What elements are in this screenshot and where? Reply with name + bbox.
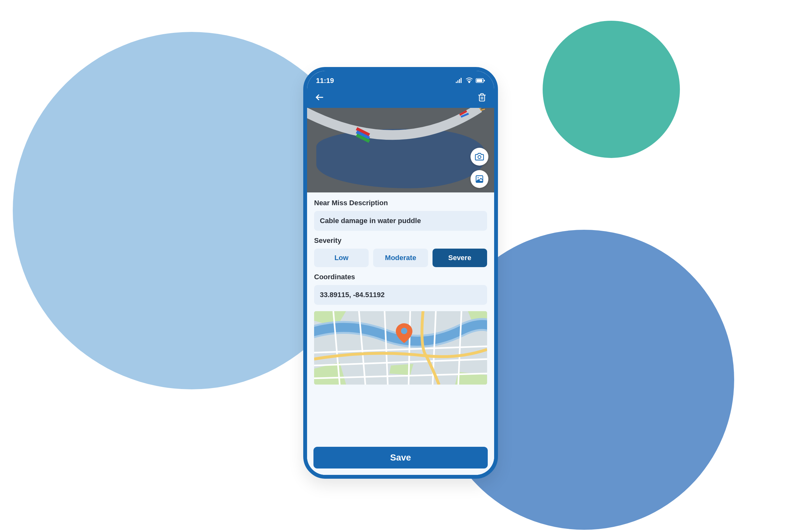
description-input[interactable]: Cable damage in water puddle <box>314 211 487 231</box>
status-bar: 11:19 <box>307 71 494 88</box>
svg-rect-7 <box>484 80 485 81</box>
svg-point-14 <box>478 156 481 158</box>
nav-bar <box>307 88 494 108</box>
coordinates-label: Coordinates <box>314 273 487 281</box>
save-bar: Save <box>307 440 494 475</box>
svg-rect-6 <box>477 79 482 82</box>
svg-line-13 <box>480 109 485 110</box>
take-photo-button[interactable] <box>471 148 488 166</box>
svg-rect-3 <box>461 78 461 83</box>
cable-illustration <box>307 108 494 162</box>
phone-side-button <box>494 169 496 195</box>
coordinates-input[interactable]: 33.89115, -84.51192 <box>314 285 487 305</box>
choose-image-button[interactable] <box>471 170 488 188</box>
svg-point-4 <box>469 82 470 83</box>
svg-rect-2 <box>459 79 460 83</box>
battery-icon <box>476 77 485 85</box>
severity-group: Low Moderate Severe <box>314 249 487 267</box>
delete-button[interactable] <box>477 93 487 103</box>
back-button[interactable] <box>315 93 324 103</box>
severity-option-moderate[interactable]: Moderate <box>373 249 428 267</box>
severity-label: Severity <box>314 236 487 245</box>
svg-point-27 <box>401 328 407 334</box>
svg-line-12 <box>479 108 483 109</box>
severity-option-low[interactable]: Low <box>314 249 369 267</box>
wifi-icon <box>466 77 473 85</box>
severity-option-severe[interactable]: Severe <box>433 249 487 267</box>
signal-icon <box>456 77 463 85</box>
status-time: 11:19 <box>316 77 334 85</box>
map-preview[interactable] <box>314 311 487 384</box>
description-label: Near Miss Description <box>314 199 487 207</box>
incident-photo <box>307 108 494 192</box>
svg-point-16 <box>477 177 479 178</box>
svg-rect-1 <box>457 80 458 83</box>
phone-side-button <box>494 204 496 249</box>
phone-mockup: 11:19 <box>303 67 498 479</box>
map-pin-icon <box>396 323 413 344</box>
decorative-circle-teal <box>543 21 680 158</box>
form-content: Near Miss Description Cable damage in wa… <box>307 192 494 440</box>
svg-rect-0 <box>456 82 457 83</box>
save-button[interactable]: Save <box>314 447 488 469</box>
